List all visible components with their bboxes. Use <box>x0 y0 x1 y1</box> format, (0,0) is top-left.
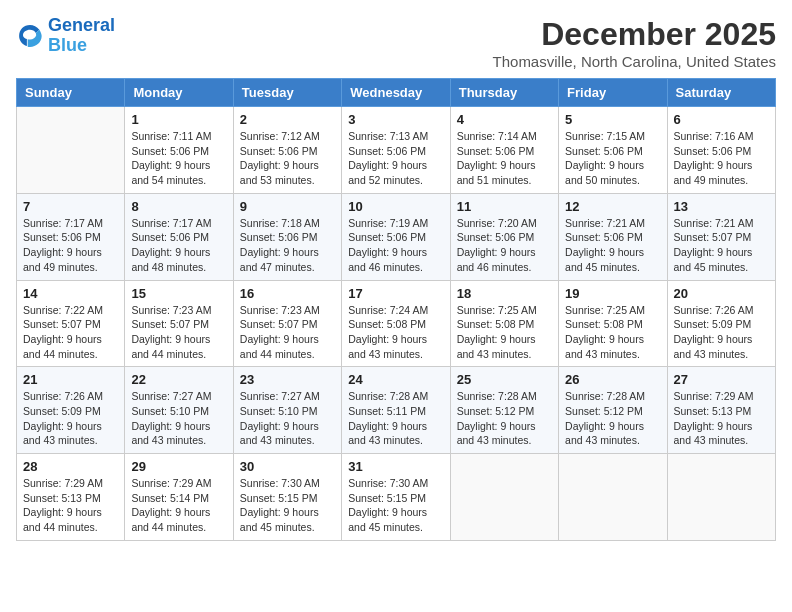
day-info: Sunrise: 7:27 AM Sunset: 5:10 PM Dayligh… <box>131 389 226 448</box>
calendar-cell: 19Sunrise: 7:25 AM Sunset: 5:08 PM Dayli… <box>559 280 667 367</box>
day-number: 21 <box>23 372 118 387</box>
day-info: Sunrise: 7:15 AM Sunset: 5:06 PM Dayligh… <box>565 129 660 188</box>
day-info: Sunrise: 7:11 AM Sunset: 5:06 PM Dayligh… <box>131 129 226 188</box>
day-number: 13 <box>674 199 769 214</box>
day-number: 29 <box>131 459 226 474</box>
logo-icon <box>16 22 44 50</box>
calendar-cell: 28Sunrise: 7:29 AM Sunset: 5:13 PM Dayli… <box>17 454 125 541</box>
week-row-1: 1Sunrise: 7:11 AM Sunset: 5:06 PM Daylig… <box>17 107 776 194</box>
logo-line1: General <box>48 15 115 35</box>
weekday-header-saturday: Saturday <box>667 79 775 107</box>
day-number: 18 <box>457 286 552 301</box>
day-number: 1 <box>131 112 226 127</box>
calendar-cell: 1Sunrise: 7:11 AM Sunset: 5:06 PM Daylig… <box>125 107 233 194</box>
day-number: 17 <box>348 286 443 301</box>
weekday-header-thursday: Thursday <box>450 79 558 107</box>
day-info: Sunrise: 7:20 AM Sunset: 5:06 PM Dayligh… <box>457 216 552 275</box>
week-row-4: 21Sunrise: 7:26 AM Sunset: 5:09 PM Dayli… <box>17 367 776 454</box>
calendar-cell: 20Sunrise: 7:26 AM Sunset: 5:09 PM Dayli… <box>667 280 775 367</box>
calendar-cell: 10Sunrise: 7:19 AM Sunset: 5:06 PM Dayli… <box>342 193 450 280</box>
day-info: Sunrise: 7:21 AM Sunset: 5:06 PM Dayligh… <box>565 216 660 275</box>
calendar-cell: 11Sunrise: 7:20 AM Sunset: 5:06 PM Dayli… <box>450 193 558 280</box>
day-info: Sunrise: 7:27 AM Sunset: 5:10 PM Dayligh… <box>240 389 335 448</box>
calendar: SundayMondayTuesdayWednesdayThursdayFrid… <box>16 78 776 541</box>
day-number: 2 <box>240 112 335 127</box>
calendar-cell: 29Sunrise: 7:29 AM Sunset: 5:14 PM Dayli… <box>125 454 233 541</box>
week-row-3: 14Sunrise: 7:22 AM Sunset: 5:07 PM Dayli… <box>17 280 776 367</box>
calendar-cell: 3Sunrise: 7:13 AM Sunset: 5:06 PM Daylig… <box>342 107 450 194</box>
logo-text: General Blue <box>48 16 115 56</box>
calendar-cell: 22Sunrise: 7:27 AM Sunset: 5:10 PM Dayli… <box>125 367 233 454</box>
calendar-cell: 27Sunrise: 7:29 AM Sunset: 5:13 PM Dayli… <box>667 367 775 454</box>
day-info: Sunrise: 7:29 AM Sunset: 5:14 PM Dayligh… <box>131 476 226 535</box>
calendar-cell: 25Sunrise: 7:28 AM Sunset: 5:12 PM Dayli… <box>450 367 558 454</box>
day-info: Sunrise: 7:23 AM Sunset: 5:07 PM Dayligh… <box>240 303 335 362</box>
day-number: 8 <box>131 199 226 214</box>
title-section: December 2025 Thomasville, North Carolin… <box>493 16 776 70</box>
day-info: Sunrise: 7:25 AM Sunset: 5:08 PM Dayligh… <box>457 303 552 362</box>
calendar-cell: 5Sunrise: 7:15 AM Sunset: 5:06 PM Daylig… <box>559 107 667 194</box>
day-info: Sunrise: 7:30 AM Sunset: 5:15 PM Dayligh… <box>240 476 335 535</box>
weekday-header-monday: Monday <box>125 79 233 107</box>
day-info: Sunrise: 7:17 AM Sunset: 5:06 PM Dayligh… <box>23 216 118 275</box>
calendar-cell: 14Sunrise: 7:22 AM Sunset: 5:07 PM Dayli… <box>17 280 125 367</box>
day-number: 20 <box>674 286 769 301</box>
day-info: Sunrise: 7:12 AM Sunset: 5:06 PM Dayligh… <box>240 129 335 188</box>
day-info: Sunrise: 7:25 AM Sunset: 5:08 PM Dayligh… <box>565 303 660 362</box>
day-info: Sunrise: 7:13 AM Sunset: 5:06 PM Dayligh… <box>348 129 443 188</box>
calendar-cell: 13Sunrise: 7:21 AM Sunset: 5:07 PM Dayli… <box>667 193 775 280</box>
day-info: Sunrise: 7:29 AM Sunset: 5:13 PM Dayligh… <box>674 389 769 448</box>
day-info: Sunrise: 7:28 AM Sunset: 5:12 PM Dayligh… <box>457 389 552 448</box>
day-info: Sunrise: 7:14 AM Sunset: 5:06 PM Dayligh… <box>457 129 552 188</box>
day-info: Sunrise: 7:17 AM Sunset: 5:06 PM Dayligh… <box>131 216 226 275</box>
calendar-cell: 16Sunrise: 7:23 AM Sunset: 5:07 PM Dayli… <box>233 280 341 367</box>
calendar-cell <box>667 454 775 541</box>
calendar-cell: 21Sunrise: 7:26 AM Sunset: 5:09 PM Dayli… <box>17 367 125 454</box>
day-number: 19 <box>565 286 660 301</box>
calendar-cell: 30Sunrise: 7:30 AM Sunset: 5:15 PM Dayli… <box>233 454 341 541</box>
day-number: 10 <box>348 199 443 214</box>
calendar-cell: 7Sunrise: 7:17 AM Sunset: 5:06 PM Daylig… <box>17 193 125 280</box>
calendar-cell: 26Sunrise: 7:28 AM Sunset: 5:12 PM Dayli… <box>559 367 667 454</box>
day-number: 7 <box>23 199 118 214</box>
day-number: 4 <box>457 112 552 127</box>
calendar-cell: 8Sunrise: 7:17 AM Sunset: 5:06 PM Daylig… <box>125 193 233 280</box>
day-number: 15 <box>131 286 226 301</box>
day-info: Sunrise: 7:16 AM Sunset: 5:06 PM Dayligh… <box>674 129 769 188</box>
calendar-cell: 24Sunrise: 7:28 AM Sunset: 5:11 PM Dayli… <box>342 367 450 454</box>
day-info: Sunrise: 7:28 AM Sunset: 5:12 PM Dayligh… <box>565 389 660 448</box>
day-number: 14 <box>23 286 118 301</box>
day-info: Sunrise: 7:19 AM Sunset: 5:06 PM Dayligh… <box>348 216 443 275</box>
day-info: Sunrise: 7:18 AM Sunset: 5:06 PM Dayligh… <box>240 216 335 275</box>
calendar-cell: 9Sunrise: 7:18 AM Sunset: 5:06 PM Daylig… <box>233 193 341 280</box>
week-row-5: 28Sunrise: 7:29 AM Sunset: 5:13 PM Dayli… <box>17 454 776 541</box>
calendar-cell: 2Sunrise: 7:12 AM Sunset: 5:06 PM Daylig… <box>233 107 341 194</box>
calendar-cell: 23Sunrise: 7:27 AM Sunset: 5:10 PM Dayli… <box>233 367 341 454</box>
calendar-cell <box>450 454 558 541</box>
calendar-cell <box>559 454 667 541</box>
day-info: Sunrise: 7:24 AM Sunset: 5:08 PM Dayligh… <box>348 303 443 362</box>
day-info: Sunrise: 7:28 AM Sunset: 5:11 PM Dayligh… <box>348 389 443 448</box>
location: Thomasville, North Carolina, United Stat… <box>493 53 776 70</box>
weekday-header-sunday: Sunday <box>17 79 125 107</box>
day-number: 12 <box>565 199 660 214</box>
weekday-header-wednesday: Wednesday <box>342 79 450 107</box>
day-number: 11 <box>457 199 552 214</box>
day-number: 16 <box>240 286 335 301</box>
weekday-header-tuesday: Tuesday <box>233 79 341 107</box>
page-header: General Blue December 2025 Thomasville, … <box>16 16 776 70</box>
day-number: 27 <box>674 372 769 387</box>
day-info: Sunrise: 7:30 AM Sunset: 5:15 PM Dayligh… <box>348 476 443 535</box>
day-number: 22 <box>131 372 226 387</box>
day-number: 25 <box>457 372 552 387</box>
weekday-header-friday: Friday <box>559 79 667 107</box>
day-number: 30 <box>240 459 335 474</box>
day-number: 24 <box>348 372 443 387</box>
calendar-cell: 18Sunrise: 7:25 AM Sunset: 5:08 PM Dayli… <box>450 280 558 367</box>
day-number: 26 <box>565 372 660 387</box>
calendar-cell: 31Sunrise: 7:30 AM Sunset: 5:15 PM Dayli… <box>342 454 450 541</box>
month-title: December 2025 <box>493 16 776 53</box>
day-info: Sunrise: 7:21 AM Sunset: 5:07 PM Dayligh… <box>674 216 769 275</box>
day-number: 5 <box>565 112 660 127</box>
day-info: Sunrise: 7:29 AM Sunset: 5:13 PM Dayligh… <box>23 476 118 535</box>
